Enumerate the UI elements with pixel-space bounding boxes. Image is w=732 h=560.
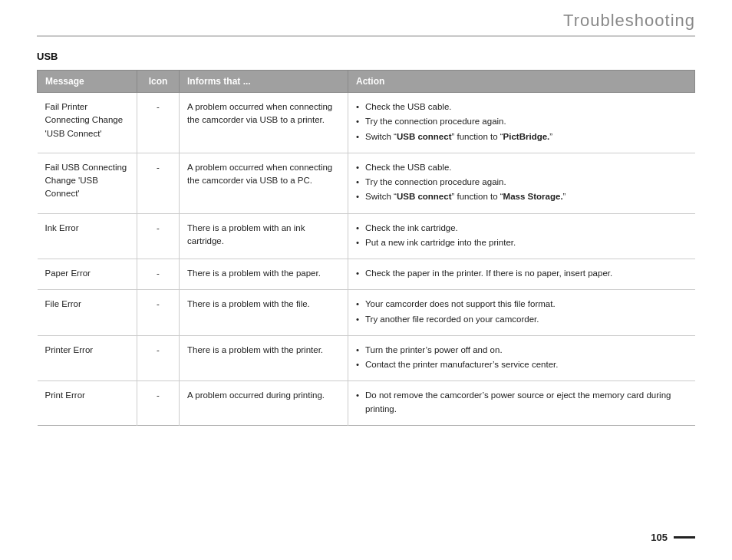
- cell-icon: -: [137, 93, 180, 153]
- cell-action: Turn the printer’s power off and on.Cont…: [348, 335, 695, 381]
- page: Troubleshooting USB Message Icon Informs…: [0, 0, 732, 560]
- action-list: Your camcorder does not support this fil…: [356, 298, 687, 326]
- cell-icon: -: [137, 259, 180, 290]
- action-item: Check the ink cartridge.: [356, 222, 687, 235]
- header-bar: Troubleshooting: [37, 0, 695, 37]
- bold-text: Mass Storage.: [503, 192, 563, 201]
- page-number: 105: [651, 532, 668, 543]
- action-item: Switch “USB connect” function to “Mass S…: [356, 190, 687, 203]
- action-item: Contact the printer manufacturer’s servi…: [356, 358, 687, 371]
- cell-action: Do not remove the camcorder’s power sour…: [348, 381, 695, 426]
- cell-action: Check the ink cartridge.Put a new ink ca…: [348, 213, 695, 259]
- action-list: Check the paper in the printer. If there…: [356, 267, 687, 280]
- cell-action: Check the paper in the printer. If there…: [348, 259, 695, 290]
- bold-text: USB connect: [397, 192, 452, 201]
- table-row: Fail Printer Connecting Change 'USB Conn…: [38, 93, 695, 153]
- page-number-area: 105: [651, 532, 695, 543]
- cell-icon: -: [137, 153, 180, 213]
- cell-icon: -: [137, 335, 180, 381]
- table-row: Paper Error-There is a problem with the …: [38, 259, 695, 290]
- action-list: Check the USB cable.Try the connection p…: [356, 161, 687, 204]
- cell-message: Fail USB Connecting Change 'USB Connect': [38, 153, 137, 213]
- col-header-informs: Informs that ...: [180, 71, 348, 93]
- action-item: Check the USB cable.: [356, 161, 687, 174]
- cell-icon: -: [137, 381, 180, 426]
- action-item: Try the connection procedure again.: [356, 115, 687, 128]
- cell-informs: A problem occurred during printing.: [180, 381, 348, 426]
- action-item: Put a new ink cartridge into the printer…: [356, 236, 687, 249]
- cell-message: Fail Printer Connecting Change 'USB Conn…: [38, 93, 137, 153]
- table-row: Print Error-A problem occurred during pr…: [38, 381, 695, 426]
- col-header-action: Action: [348, 71, 695, 93]
- cell-message: Paper Error: [38, 259, 137, 290]
- cell-informs: There is a problem with an ink cartridge…: [180, 213, 348, 259]
- cell-action: Check the USB cable.Try the connection p…: [348, 93, 695, 153]
- table-row: Fail USB Connecting Change 'USB Connect'…: [38, 153, 695, 213]
- action-item: Switch “USB connect” function to “PictBr…: [356, 130, 687, 143]
- page-number-line: [674, 536, 695, 539]
- cell-action: Your camcorder does not support this fil…: [348, 290, 695, 336]
- col-header-message: Message: [38, 71, 137, 93]
- table-row: Ink Error-There is a problem with an ink…: [38, 213, 695, 259]
- cell-informs: A problem occurred when connecting the c…: [180, 153, 348, 213]
- section-title: USB: [37, 51, 695, 62]
- action-list: Turn the printer’s power off and on.Cont…: [356, 344, 687, 372]
- action-list: Check the ink cartridge.Put a new ink ca…: [356, 222, 687, 250]
- table-row: File Error-There is a problem with the f…: [38, 290, 695, 336]
- cell-informs: There is a problem with the printer.: [180, 335, 348, 381]
- action-item: Check the paper in the printer. If there…: [356, 267, 687, 280]
- cell-informs: There is a problem with the paper.: [180, 259, 348, 290]
- col-header-icon: Icon: [137, 71, 180, 93]
- table-row: Printer Error-There is a problem with th…: [38, 335, 695, 381]
- action-item: Do not remove the camcorder’s power sour…: [356, 389, 687, 416]
- cell-message: Ink Error: [38, 213, 137, 259]
- cell-informs: A problem occurred when connecting the c…: [180, 93, 348, 153]
- action-list: Check the USB cable.Try the connection p…: [356, 100, 687, 143]
- cell-action: Check the USB cable.Try the connection p…: [348, 153, 695, 213]
- troubleshooting-table: Message Icon Informs that ... Action Fai…: [37, 70, 695, 426]
- action-item: Your camcorder does not support this fil…: [356, 298, 687, 311]
- action-item: Check the USB cable.: [356, 100, 687, 114]
- action-list: Do not remove the camcorder’s power sour…: [356, 389, 687, 416]
- table-header-row: Message Icon Informs that ... Action: [38, 71, 695, 93]
- action-item: Try another file recorded on your camcor…: [356, 313, 687, 326]
- action-item: Turn the printer’s power off and on.: [356, 344, 687, 357]
- cell-informs: There is a problem with the file.: [180, 290, 348, 336]
- cell-message: Printer Error: [38, 335, 137, 381]
- cell-message: File Error: [38, 290, 137, 336]
- cell-icon: -: [137, 213, 180, 259]
- cell-message: Print Error: [38, 381, 137, 426]
- cell-icon: -: [137, 290, 180, 336]
- bold-text: PictBridge.: [503, 132, 550, 141]
- action-item: Try the connection procedure again.: [356, 176, 687, 189]
- page-title: Troubleshooting: [563, 11, 695, 31]
- bold-text: USB connect: [397, 132, 452, 141]
